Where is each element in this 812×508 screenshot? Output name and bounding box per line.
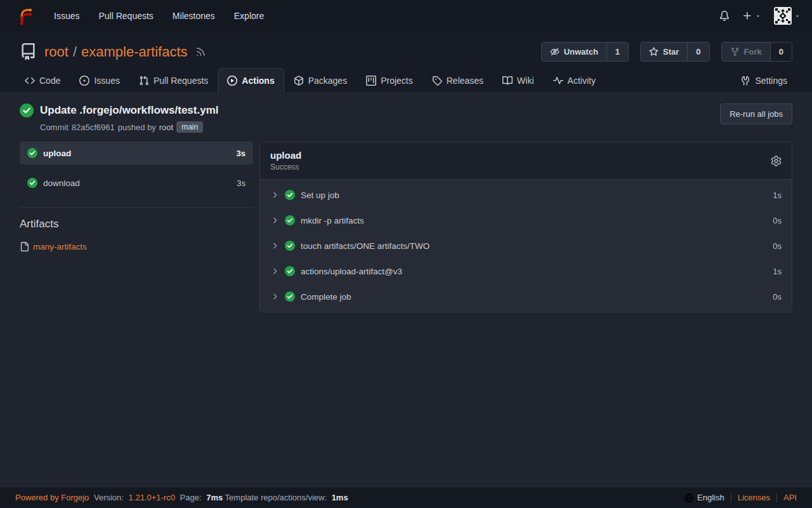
step-success-icon xyxy=(285,241,295,251)
step-label: Set up job xyxy=(301,190,339,200)
notifications-button[interactable] xyxy=(719,11,730,21)
nav-link-pull-requests[interactable]: Pull Requests xyxy=(89,0,162,32)
job-detail-name: upload xyxy=(270,150,301,161)
job-item-download[interactable]: download 3s xyxy=(20,171,253,194)
page-time-label: Page: xyxy=(180,493,202,502)
chevron-right-icon[interactable] xyxy=(270,241,279,250)
page-time-value: 7ms xyxy=(206,493,223,502)
artifact-item: many-artifacts xyxy=(20,242,253,251)
version-link[interactable]: 1.21.0+1-rc0 xyxy=(129,493,175,502)
step-success-icon xyxy=(285,291,295,302)
plus-icon xyxy=(742,11,752,21)
unwatch-button[interactable]: Unwatch xyxy=(542,43,606,61)
fork-icon xyxy=(730,47,740,57)
job-duration: 3s xyxy=(237,178,246,188)
code-icon xyxy=(25,76,35,86)
tab-releases[interactable]: Releases xyxy=(422,68,493,93)
rerun-all-jobs-button[interactable]: Re-run all jobs xyxy=(720,104,792,124)
tag-icon xyxy=(432,76,442,86)
run-title: Update .forgejo/workflows/test.yml xyxy=(40,104,219,117)
tab-issues[interactable]: Issues xyxy=(70,68,129,93)
repo-breadcrumb: root/example-artifacts xyxy=(44,44,188,60)
step-duration: 0s xyxy=(773,216,782,225)
footer-links: English Licenses API xyxy=(684,493,797,502)
star-button-group: Star 0 xyxy=(640,42,710,62)
powered-by-link[interactable]: Powered by Forgejo xyxy=(15,493,89,502)
job-success-icon xyxy=(27,178,37,188)
project-icon xyxy=(366,76,376,86)
watchers-count[interactable]: 1 xyxy=(606,43,628,61)
breadcrumb-separator: / xyxy=(73,44,77,60)
api-link[interactable]: API xyxy=(783,493,797,502)
star-button[interactable]: Star xyxy=(641,43,687,61)
template-time-value: 1ms xyxy=(332,493,348,502)
job-name: download xyxy=(43,178,80,188)
licenses-link[interactable]: Licenses xyxy=(738,493,770,502)
tab-actions[interactable]: Actions xyxy=(218,68,284,93)
tab-activity[interactable]: Activity xyxy=(544,68,605,93)
version-label: Version: xyxy=(94,493,124,502)
create-new-dropdown[interactable] xyxy=(742,11,761,21)
tab-packages[interactable]: Packages xyxy=(284,68,357,93)
actions-run-view: Update .forgejo/workflows/test.yml Commi… xyxy=(0,93,812,486)
repo-header: root/example-artifacts Unwatch 1 Star 0 … xyxy=(0,32,812,93)
user-menu-dropdown[interactable] xyxy=(774,7,801,25)
play-circle-icon xyxy=(227,76,237,86)
repo-icon xyxy=(20,43,37,60)
step-success-icon xyxy=(285,266,295,276)
job-detail-status: Success xyxy=(270,163,301,171)
gear-icon[interactable] xyxy=(771,156,782,166)
commit-author-link[interactable]: root xyxy=(159,123,173,132)
nav-link-issues[interactable]: Issues xyxy=(44,0,89,32)
repo-name-link[interactable]: example-artifacts xyxy=(81,44,188,60)
tab-projects[interactable]: Projects xyxy=(357,68,422,93)
step-row-set-up-job[interactable]: Set up job 1s xyxy=(260,182,792,208)
job-item-upload[interactable]: upload 3s xyxy=(20,142,253,164)
pushed-by-label: pushed by xyxy=(118,123,156,132)
forgejo-logo[interactable] xyxy=(15,6,36,26)
chevron-right-icon[interactable] xyxy=(270,292,279,301)
job-detail-panel: upload Success Set up job 1s mkdir -p ar… xyxy=(259,142,792,312)
step-row-touch[interactable]: touch artifacts/ONE artifacts/TWO 0s xyxy=(260,233,792,258)
chevron-down-icon xyxy=(755,13,761,19)
branch-badge[interactable]: main xyxy=(176,121,203,133)
tab-pull-requests[interactable]: Pull Requests xyxy=(129,68,218,93)
fork-label: Fork xyxy=(744,47,762,57)
forks-count[interactable]: 0 xyxy=(770,43,792,61)
fork-button: Fork xyxy=(722,43,770,61)
package-icon xyxy=(294,76,304,86)
book-icon xyxy=(502,76,513,86)
step-row-complete-job[interactable]: Complete job 0s xyxy=(260,284,792,309)
step-label: mkdir -p artifacts xyxy=(301,216,364,225)
tools-icon xyxy=(740,76,750,86)
job-name: upload xyxy=(43,149,71,158)
star-icon xyxy=(649,47,658,57)
unwatch-label: Unwatch xyxy=(564,47,598,57)
step-row-upload-artifact[interactable]: actions/upload-artifact@v3 1s xyxy=(260,258,792,284)
commit-label: Commit xyxy=(40,123,69,132)
nav-link-milestones[interactable]: Milestones xyxy=(163,0,225,32)
nav-link-explore[interactable]: Explore xyxy=(225,0,273,32)
step-duration: 1s xyxy=(773,190,782,200)
file-icon xyxy=(20,242,29,251)
tab-wiki[interactable]: Wiki xyxy=(493,68,543,93)
language-selector[interactable]: English xyxy=(684,493,724,502)
tab-code[interactable]: Code xyxy=(15,68,70,93)
pull-request-icon xyxy=(139,76,149,86)
star-label: Star xyxy=(663,47,679,57)
run-success-icon xyxy=(20,104,34,117)
step-row-mkdir[interactable]: mkdir -p artifacts 0s xyxy=(260,208,792,233)
tab-settings[interactable]: Settings xyxy=(731,68,797,93)
artifact-download-link[interactable]: many-artifacts xyxy=(33,242,87,251)
rss-icon[interactable] xyxy=(195,46,206,57)
repo-owner-link[interactable]: root xyxy=(44,44,69,60)
chevron-right-icon[interactable] xyxy=(270,216,279,225)
commit-sha-link[interactable]: 82a5cf6961 xyxy=(72,123,115,132)
chevron-right-icon[interactable] xyxy=(270,267,279,276)
issue-icon xyxy=(79,76,89,86)
step-success-icon xyxy=(285,215,295,225)
bell-icon xyxy=(719,11,730,21)
eye-slash-icon xyxy=(550,47,560,57)
stars-count[interactable]: 0 xyxy=(687,43,709,61)
chevron-right-icon[interactable] xyxy=(270,190,279,199)
